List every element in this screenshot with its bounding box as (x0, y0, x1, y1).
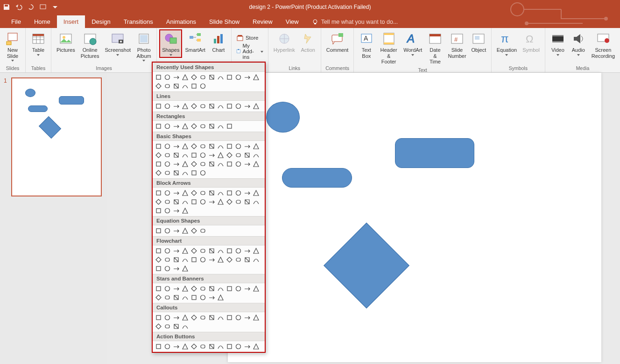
tab-slideshow[interactable]: Slide Show (203, 15, 246, 28)
shape-option[interactable] (199, 151, 207, 159)
shape-option[interactable] (172, 169, 180, 177)
shape-option[interactable] (172, 151, 180, 159)
shape-option[interactable] (217, 247, 225, 255)
shape-option[interactable] (190, 227, 198, 235)
shape-option[interactable] (155, 122, 162, 130)
shape-option[interactable] (252, 343, 260, 350)
slide-number-button[interactable]: #Slide Number (446, 30, 468, 60)
shape-option[interactable] (217, 189, 225, 197)
shape-option[interactable] (172, 189, 180, 197)
shape-option[interactable] (163, 314, 171, 322)
shape-option[interactable] (243, 314, 251, 322)
shape-option[interactable] (181, 142, 189, 150)
shape-option[interactable] (217, 142, 225, 150)
shape-option[interactable] (243, 151, 251, 159)
shape-option[interactable] (199, 256, 207, 264)
shape-option[interactable] (181, 265, 189, 273)
store-button[interactable]: Store (234, 34, 265, 42)
shape-option[interactable] (234, 160, 242, 168)
shape-option[interactable] (217, 343, 225, 350)
start-from-beginning-icon[interactable] (39, 3, 47, 11)
shape-option[interactable] (225, 189, 233, 197)
shapes-button[interactable]: Shapes (160, 30, 182, 57)
chart-button[interactable]: Chart (209, 30, 228, 55)
shape-option[interactable] (199, 247, 207, 255)
shape-option[interactable] (155, 102, 162, 110)
shape-option[interactable] (172, 160, 180, 168)
shape-option[interactable] (208, 122, 216, 130)
undo-icon[interactable] (15, 3, 22, 11)
tab-review[interactable]: Review (246, 15, 279, 28)
shape-option[interactable] (163, 343, 171, 350)
shape-option[interactable] (155, 82, 162, 90)
shape-option[interactable] (199, 198, 207, 206)
shape-option[interactable] (163, 142, 171, 150)
shape-option[interactable] (217, 102, 225, 110)
shape-option[interactable] (199, 122, 207, 130)
tab-animations[interactable]: Animations (160, 15, 203, 28)
tab-home[interactable]: Home (28, 15, 57, 28)
shape-option[interactable] (190, 160, 198, 168)
shape-option[interactable] (199, 285, 207, 293)
shape-option[interactable] (199, 160, 207, 168)
shape-option[interactable] (190, 102, 198, 110)
shape-option[interactable] (181, 294, 189, 301)
shape-option[interactable] (190, 151, 198, 159)
tab-view[interactable]: View (279, 15, 305, 28)
shape-option[interactable] (155, 198, 162, 206)
shape-option[interactable] (172, 256, 180, 264)
shape-option[interactable] (155, 227, 162, 235)
shape-option[interactable] (225, 160, 233, 168)
shape-option[interactable] (181, 227, 189, 235)
shape-option[interactable] (225, 102, 233, 110)
shape-option[interactable] (243, 160, 251, 168)
shape-option[interactable] (190, 73, 198, 81)
shape-option[interactable] (234, 73, 242, 81)
shape-option[interactable] (181, 285, 189, 293)
shape-option[interactable] (199, 294, 207, 301)
shape-option[interactable] (217, 160, 225, 168)
shape-option[interactable] (234, 256, 242, 264)
canvas-roundrect-pill[interactable] (282, 168, 352, 188)
shape-option[interactable] (217, 314, 225, 322)
shape-option[interactable] (172, 314, 180, 322)
shape-option[interactable] (208, 343, 216, 350)
tab-file[interactable]: File (5, 15, 28, 28)
shape-option[interactable] (190, 169, 198, 177)
shape-option[interactable] (208, 198, 216, 206)
shape-option[interactable] (190, 198, 198, 206)
shape-option[interactable] (243, 142, 251, 150)
shape-option[interactable] (252, 247, 260, 255)
shape-option[interactable] (190, 82, 198, 90)
shape-option[interactable] (172, 294, 180, 301)
shape-option[interactable] (199, 142, 207, 150)
object-button[interactable]: Object (469, 30, 488, 55)
shape-option[interactable] (217, 122, 225, 130)
shape-option[interactable] (155, 314, 162, 322)
canvas-roundrect-large[interactable] (395, 138, 474, 168)
shape-option[interactable] (163, 265, 171, 273)
online-pictures-button[interactable]: Online Pictures (78, 30, 102, 60)
slide-canvas[interactable] (228, 73, 601, 362)
shape-option[interactable] (243, 343, 251, 350)
shape-option[interactable] (243, 198, 251, 206)
text-box-button[interactable]: AText Box (357, 30, 376, 60)
shape-option[interactable] (252, 73, 260, 81)
wordart-button[interactable]: AWordArt (402, 30, 424, 57)
shape-option[interactable] (190, 247, 198, 255)
shape-option[interactable] (181, 151, 189, 159)
shape-option[interactable] (225, 247, 233, 255)
shape-option[interactable] (234, 285, 242, 293)
shape-option[interactable] (190, 256, 198, 264)
tab-insert[interactable]: Insert (57, 15, 85, 28)
smartart-button[interactable]: SmartArt (183, 30, 207, 55)
shape-option[interactable] (181, 247, 189, 255)
shape-option[interactable] (172, 322, 180, 330)
date-time-button[interactable]: Date & Time (425, 30, 445, 66)
shape-option[interactable] (208, 151, 216, 159)
shape-option[interactable] (181, 207, 189, 215)
shape-option[interactable] (252, 198, 260, 206)
shape-option[interactable] (217, 151, 225, 159)
shape-option[interactable] (163, 73, 171, 81)
shape-option[interactable] (243, 73, 251, 81)
